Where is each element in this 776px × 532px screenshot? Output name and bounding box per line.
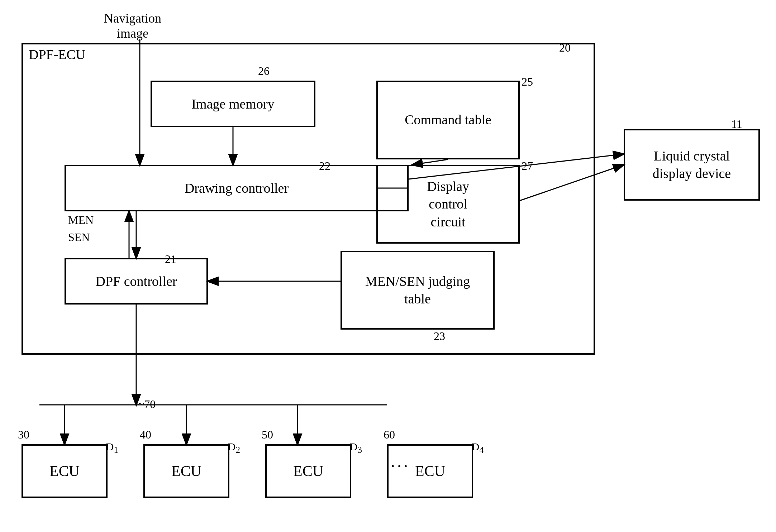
bus-ref-label: ~70	[138, 398, 156, 411]
ref-40: 40	[140, 428, 151, 441]
display-control-box: Display control circuit	[376, 165, 520, 244]
ref-22: 22	[319, 159, 330, 173]
dpf-controller-label: DPF controller	[96, 273, 177, 289]
ref-11: 11	[731, 118, 742, 131]
image-memory-label: Image memory	[191, 96, 274, 112]
nav-image-label: Navigation image	[104, 11, 161, 41]
judging-table-label: MEN/SEN judging table	[365, 273, 470, 308]
men-sen-label: MEN SEN	[68, 211, 94, 246]
drawing-controller-label: Drawing controller	[185, 180, 289, 196]
d1-label: D1	[106, 441, 118, 455]
ref-30: 30	[18, 428, 29, 441]
ecu-row: 30 D1 ECU 40 D2 ECU 50 D3 ECU 60 D4	[22, 444, 509, 498]
ecu-label-2: ECU	[171, 462, 201, 480]
ecu-box-2: ECU	[143, 444, 229, 498]
ref-23: 23	[434, 330, 445, 343]
ecu-label-4: ECU	[415, 462, 445, 480]
d3-label: D3	[350, 441, 362, 455]
ref-27: 27	[522, 159, 533, 173]
lcd-box: Liquid crystal display device	[624, 129, 760, 201]
ref-60: 60	[384, 428, 395, 441]
ref-50: 50	[262, 428, 273, 441]
display-control-label: Display control circuit	[427, 178, 469, 231]
ecu-group-3: 50 D3 ECU	[265, 444, 351, 498]
command-table-label: Command table	[405, 111, 491, 129]
ref-25: 25	[522, 75, 533, 88]
ref-26: 26	[258, 64, 270, 78]
diagram-container: Navigation image DPF-ECU 20 Liquid cryst…	[0, 0, 776, 532]
men-label: MEN	[68, 211, 94, 229]
ecu-box-3: ECU	[265, 444, 351, 498]
drawing-controller-box: Drawing controller	[65, 165, 409, 211]
sen-label: SEN	[68, 229, 94, 246]
ecu-group-1: 30 D1 ECU	[22, 444, 108, 498]
command-table-box: Command table	[376, 81, 520, 159]
d4-label: D4	[472, 441, 484, 455]
ecu-label-1: ECU	[49, 462, 80, 480]
judging-table-box: MEN/SEN judging table	[341, 251, 495, 330]
dots-label: ...	[391, 451, 410, 471]
ecu-group-2: 40 D2 ECU	[143, 444, 229, 498]
dpf-controller-box: DPF controller	[65, 258, 208, 305]
bus-ref-value: 70	[144, 398, 156, 411]
d2-label: D2	[228, 441, 240, 455]
lcd-label: Liquid crystal display device	[653, 147, 731, 183]
ref-20: 20	[559, 41, 571, 54]
ref-21: 21	[165, 253, 176, 266]
ecu-box-1: ECU	[22, 444, 108, 498]
ecu-label-3: ECU	[293, 462, 323, 480]
dpf-ecu-label: DPF-ECU	[29, 47, 85, 62]
image-memory-box: Image memory	[151, 81, 315, 127]
